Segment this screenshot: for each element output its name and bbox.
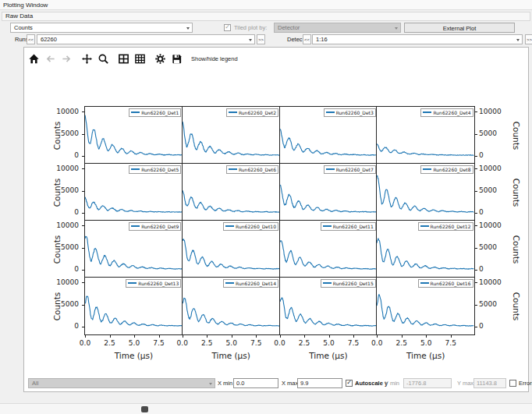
detectors-value: 1:16: [316, 36, 328, 43]
legend-text: Run62260_Det2: [239, 110, 276, 115]
tiled-plot-label: Tiled plot by:: [234, 23, 267, 33]
y-axis-title: Counts: [52, 169, 62, 216]
subplot-config-icon[interactable]: [117, 52, 129, 65]
subplot-det3[interactable]: Run62260_Det3: [279, 106, 378, 165]
y-tickmark: [82, 168, 84, 169]
subplot-det7[interactable]: Run62260_Det7: [279, 163, 378, 221]
x-tick-label: 5.0: [416, 339, 436, 347]
x-tick-label: 0.0: [172, 339, 193, 347]
y-tickmark: [475, 225, 477, 226]
plot-type-combobox[interactable]: Counts: [10, 23, 193, 33]
y-tickmark: [475, 134, 477, 135]
x-max-label: X max: [282, 378, 298, 388]
subplot-det1[interactable]: Run62260_Det1: [84, 106, 183, 165]
subplot-det14[interactable]: Run62260_Det14: [182, 277, 281, 335]
x-min-input[interactable]: [233, 378, 278, 388]
y-tickmark: [82, 156, 84, 157]
selection-combobox[interactable]: All: [28, 378, 215, 388]
legend-text: Run62260_Det4: [433, 110, 470, 115]
runs-prev-button[interactable]: <<: [27, 34, 35, 44]
x-tickmark: [207, 335, 207, 338]
gear-icon[interactable]: [154, 52, 166, 65]
runs-next-button[interactable]: >>: [257, 34, 265, 44]
subplot-det11[interactable]: Run62260_Det11: [279, 220, 378, 278]
y-axis-title: Counts: [512, 169, 521, 216]
legend-line-sample: [423, 111, 431, 113]
x-tick-label: 0.0: [75, 339, 95, 347]
legend-det14: Run62260_Det14: [223, 279, 278, 288]
tile-grid-icon[interactable]: [133, 52, 146, 65]
legend-text: Run62260_Det3: [336, 110, 374, 115]
subplot-det6[interactable]: Run62260_Det6: [182, 163, 281, 221]
external-plot-button[interactable]: External Plot: [404, 23, 515, 33]
save-icon[interactable]: [170, 52, 183, 65]
x-tickmark: [426, 335, 427, 338]
y-tickmark: [475, 305, 477, 306]
detectors-next-button[interactable]: >>: [525, 34, 532, 44]
x-tickmark: [377, 335, 378, 338]
legend-text: Run62260_Det11: [333, 224, 374, 229]
subplot-det4[interactable]: Run62260_Det4: [376, 106, 475, 165]
x-tick-label: 0.0: [270, 339, 290, 347]
legend-text: Run62260_Det10: [236, 224, 276, 229]
pan-icon[interactable]: [80, 52, 93, 65]
forward-arrow-icon[interactable]: [60, 52, 73, 65]
check-icon: ✓: [225, 24, 230, 30]
x-tickmark: [451, 335, 452, 338]
x-tickmark: [159, 335, 160, 338]
legend-text: Run62260_Det12: [431, 224, 471, 229]
legend-line-sample: [131, 225, 140, 227]
legend-det5: Run62260_Det5: [129, 165, 181, 174]
tiled-plot-checkbox[interactable]: ✓: [224, 24, 231, 31]
x-min-label: X min: [218, 378, 232, 388]
subplot-det15[interactable]: Run62260_Det15: [279, 277, 378, 335]
legend-text: Run62260_Det14: [236, 281, 276, 286]
subplot-det12[interactable]: Run62260_Det12: [376, 220, 475, 278]
errors-checkbox[interactable]: [509, 380, 516, 387]
x-tick-label: 2.5: [100, 339, 120, 347]
legend-det3: Run62260_Det3: [324, 108, 376, 117]
legend-line-sample: [229, 168, 237, 170]
show-hide-legend-button[interactable]: Show/hide legend: [191, 55, 238, 62]
legend-line-sample: [326, 168, 335, 170]
autoscale-y-checkbox[interactable]: ✓: [346, 380, 353, 387]
legend-line-sample: [420, 282, 429, 284]
x-tickmark: [402, 335, 403, 338]
y-axis-title: Counts: [512, 112, 521, 159]
legend-text: Run62260_Det1: [141, 110, 179, 115]
detectors-prev-button[interactable]: <<: [303, 34, 311, 44]
back-arrow-icon[interactable]: [44, 52, 56, 65]
runs-combobox[interactable]: 62260: [37, 34, 255, 44]
x-max-input[interactable]: [297, 378, 342, 388]
x-tickmark: [353, 335, 354, 338]
chevron-down-icon: [249, 39, 252, 41]
legend-det8: Run62260_Det8: [420, 165, 473, 174]
x-axis-title: Time (μs): [377, 351, 474, 360]
x-tick-label: 5.0: [124, 339, 144, 347]
y-tick-label: 5000: [479, 129, 509, 137]
subplot-det8[interactable]: Run62260_Det8: [376, 163, 475, 221]
tile-by-value: Detector: [278, 24, 300, 31]
legend-text: Run62260_Det9: [141, 224, 179, 229]
subplot-det16[interactable]: Run62260_Det16: [376, 277, 475, 335]
y-tickmark: [475, 282, 477, 283]
zoom-icon[interactable]: [97, 52, 109, 65]
y-tickmark: [475, 327, 477, 327]
subplot-det2[interactable]: Run62260_Det2: [182, 106, 281, 165]
y-axis-title: Counts: [52, 283, 62, 330]
subplot-det5[interactable]: Run62260_Det5: [84, 163, 183, 221]
legend-line-sample: [128, 282, 137, 284]
y-tick-label: 0: [479, 265, 509, 273]
subplot-det13[interactable]: Run62260_Det13: [84, 277, 183, 335]
tab-raw-data[interactable]: Raw Data: [2, 12, 530, 21]
subplot-det9[interactable]: Run62260_Det9: [84, 220, 183, 278]
tile-by-combobox[interactable]: Detector: [274, 23, 401, 33]
legend-line-sample: [420, 225, 429, 227]
legend-line-sample: [131, 111, 140, 113]
x-tick-label: 7.5: [343, 339, 364, 347]
home-icon[interactable]: [27, 52, 40, 65]
taskbar-item[interactable]: [141, 406, 148, 412]
subplot-det10[interactable]: Run62260_Det10: [182, 220, 281, 278]
legend-text: Run62260_Det13: [138, 281, 179, 286]
detectors-combobox[interactable]: 1:16: [312, 34, 523, 44]
